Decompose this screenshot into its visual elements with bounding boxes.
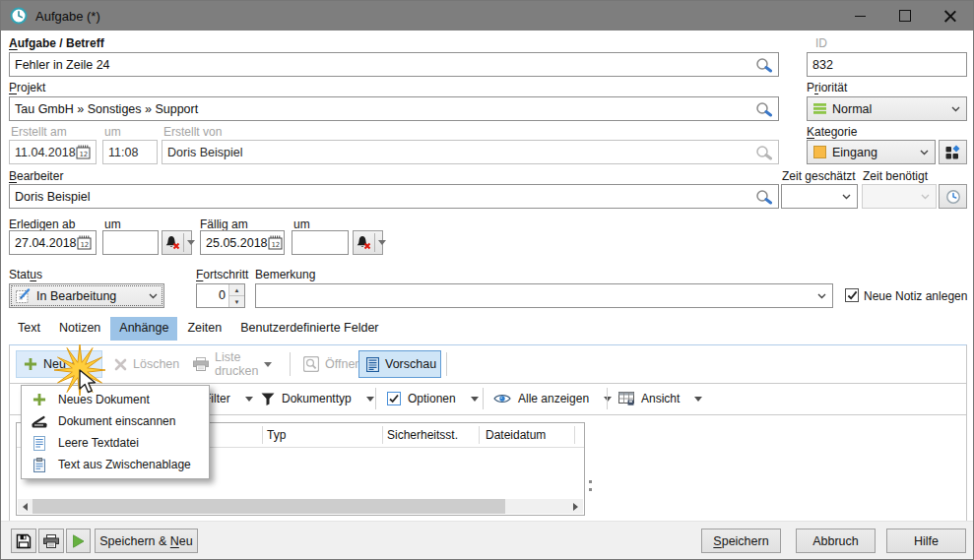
search-icon[interactable] [755,189,773,205]
subject-input[interactable]: Fehler in Zeile 24 [9,52,779,77]
column-header-dateidatum[interactable]: Dateidatum [486,428,546,442]
tab-anhaenge[interactable]: Anhänge [110,317,177,341]
column-header-sicherheitsst[interactable]: Sicherheitsst. [387,428,458,442]
time-estimated-label: Zeit geschätzt [782,169,856,183]
start-date-field[interactable]: 27.04.2018 12 [9,230,97,255]
tab-benutzerdefinierte-felder[interactable]: Benutzerdefinierte Felder [231,317,387,341]
start-reminder-button[interactable] [162,230,192,255]
menu-item-dokument-einscannen[interactable]: Dokument einscannen [22,410,209,432]
tab-notizen[interactable]: Notizen [50,317,109,341]
progress-spinner[interactable]: 0 ▲ ▼ [196,283,245,308]
created-time-label: um [104,125,121,139]
priority-select[interactable]: Normal [807,96,967,121]
close-button[interactable] [928,1,973,31]
ansicht-item[interactable]: Ansicht [618,388,702,409]
tab-zeiten[interactable]: Zeiten [178,317,230,341]
printer-icon [193,357,209,371]
neu-dropdown-menu: Neues Dokument Dokument einscannen Leere… [21,385,210,479]
optionen-item[interactable]: Optionen [387,388,479,409]
scroll-left-arrow[interactable] [18,499,32,514]
time-estimated-select[interactable] [781,184,858,209]
category-palette-button[interactable] [939,140,967,164]
due-date-label: Fällig am [200,218,248,231]
maximize-icon [899,10,911,22]
menu-item-neues-dokument[interactable]: Neues Dokument [22,389,209,410]
calendar-icon[interactable]: 12 [77,235,92,250]
liste-drucken-button: Liste drucken [185,350,276,378]
save-and-new-button[interactable]: Speichern & Neu [95,529,198,553]
filter-item[interactable]: Filter [204,388,253,409]
start-icon-button[interactable] [66,529,91,553]
remark-combo[interactable] [255,283,833,308]
toolbar-separator [446,352,447,376]
delete-x-icon [114,358,127,371]
printer-icon [43,534,59,548]
start-time-field[interactable] [102,230,159,255]
dropdown-arrow-icon [378,240,386,245]
time-required-label: Zeit benötigt [863,169,928,183]
tab-text[interactable]: Text [9,317,49,341]
project-label: Projekt [9,81,45,94]
print-icon-button[interactable] [38,529,64,553]
cancel-button[interactable]: Abbruch [796,529,876,553]
progress-label: Fortschritt [196,268,248,281]
splitter-grip[interactable] [589,488,592,491]
search-icon[interactable] [755,101,773,117]
horizontal-scrollbar[interactable] [18,499,583,514]
save-button[interactable]: Speichern [701,529,781,553]
blank-file-icon [31,436,47,451]
mouse-cursor [78,369,99,395]
calendar-icon: 12 [76,145,91,159]
clock-icon [945,189,961,205]
chevron-down-icon [842,194,851,200]
start-date-label: Erledigen ab [9,218,75,231]
calendar-icon[interactable]: 12 [268,235,283,250]
dokumenttyp-item[interactable]: Dokumenttyp [261,388,374,409]
minimize-button[interactable] [837,1,882,31]
dropdown-arrow-icon [264,362,272,367]
search-icon[interactable] [755,57,773,73]
alarm-off-icon [164,235,180,250]
menu-item-leere-textdatei[interactable]: Leere Textdatei [22,432,209,454]
scanner-icon [31,415,47,428]
scrollbar-thumb[interactable] [32,499,505,514]
subject-label: Aufgabe / Betreff [9,36,104,50]
eye-icon [493,393,511,404]
created-by-label: Erstellt von [163,125,222,139]
project-input[interactable]: Tau GmbH » Sonstiges » Support [9,96,779,121]
status-select[interactable]: In Bearbeitung [9,283,164,308]
due-date-field[interactable]: 25.05.2018 12 [200,230,285,255]
floppy-disk-icon [16,533,32,549]
save-icon-button[interactable] [11,529,36,553]
assignee-input[interactable]: Doris Beispiel [9,184,779,209]
column-separator [479,426,480,444]
alle-anzeigen-item[interactable]: Alle anzeigen [493,388,612,409]
help-button[interactable]: Hilfe [886,529,966,553]
category-select[interactable]: Eingang [807,140,936,164]
column-separator [574,426,575,444]
table-view-icon [618,392,634,405]
assignee-label: Bearbeiter [9,169,63,183]
scroll-right-arrow[interactable] [568,499,583,514]
plus-icon [31,393,47,406]
toolbar-separator [607,388,608,409]
spin-up-button[interactable]: ▲ [229,284,244,296]
time-clock-button[interactable] [939,184,967,209]
preview-document-icon [366,357,379,372]
vorschau-button[interactable]: Vorschau [358,350,441,378]
due-time-field[interactable] [292,230,349,255]
dialog-footer: Speichern & Neu Speichern Abbruch Hilfe [1,521,973,559]
menu-item-text-aus-zwischenablage[interactable]: Text aus Zwischenablage [22,454,209,475]
splitter-grip[interactable] [589,480,592,483]
window-title: Aufgabe (*) [35,9,100,24]
svg-text:12: 12 [79,151,88,158]
dropdown-arrow-icon [245,397,253,402]
due-reminder-button[interactable] [353,230,383,255]
toolbar-separator [483,388,484,409]
maximize-button[interactable] [882,1,928,31]
minimize-icon [855,16,866,17]
new-note-checkbox[interactable] [845,288,859,302]
column-header-typ[interactable]: Typ [267,428,286,442]
id-input[interactable]: 832 [807,52,967,77]
spin-down-button[interactable]: ▼ [229,296,244,307]
